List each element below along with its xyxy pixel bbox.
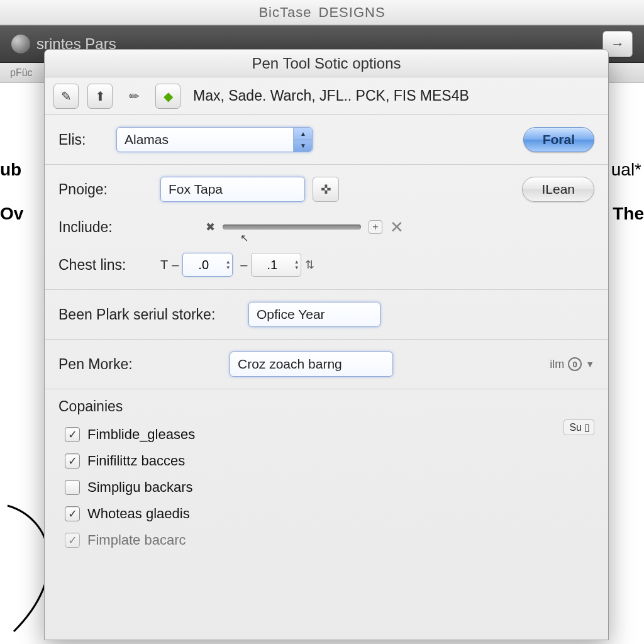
checkbox-row: ✓ Finifilittz bacces bbox=[58, 448, 556, 474]
ilm-value-circle: 0 bbox=[568, 357, 582, 371]
app-title-bar: BicTase DESIGNS bbox=[0, 0, 644, 25]
pen-morke-input[interactable] bbox=[230, 357, 392, 372]
foral-button[interactable]: Foral bbox=[523, 127, 594, 152]
checkbox-simpligu[interactable] bbox=[65, 480, 80, 495]
checkbox-row: Simpligu backars bbox=[58, 474, 556, 501]
tool-up-icon[interactable]: ⬆ bbox=[87, 84, 113, 109]
bg-text-ov: Ov bbox=[0, 204, 23, 224]
chest-pair-a: T – ▲▼ bbox=[160, 253, 233, 277]
pen-morke-label: Pen Morke: bbox=[58, 356, 222, 373]
been-input[interactable] bbox=[249, 307, 380, 322]
crosshair-icon: ✜ bbox=[321, 182, 331, 197]
checkbox-label: Fimblide_gleases bbox=[87, 426, 195, 443]
chest-b-stepper[interactable]: ▲▼ bbox=[292, 259, 301, 270]
close-x-icon[interactable]: ✕ bbox=[390, 218, 404, 237]
bg-text-ub: ub bbox=[0, 160, 21, 180]
chest-a-field[interactable]: ▲▼ bbox=[182, 253, 233, 277]
ilm-control[interactable]: ilm 0 ▼ bbox=[550, 357, 594, 371]
chest-pair-b: – ▲▼ ⇅ bbox=[240, 253, 314, 277]
chevron-down-icon[interactable]: ▼ bbox=[294, 140, 312, 152]
pen-tool-options-dialog: Pen Tool Sotic options ✎ ⬆ ✏ ◆ Max, Sade… bbox=[44, 49, 609, 640]
slider-thumb-icon[interactable]: ↖ bbox=[240, 232, 248, 244]
globe-icon bbox=[11, 35, 30, 53]
dialog-title: Pen Tool Sotic options bbox=[45, 50, 608, 77]
checkbox-fimplate[interactable]: ✓ bbox=[65, 533, 80, 548]
tool-pencil-icon[interactable]: ✏ bbox=[121, 84, 147, 109]
app-title-a: BicTase bbox=[258, 4, 311, 20]
elis-combo[interactable]: ▲ ▼ bbox=[116, 127, 313, 152]
include-label: Incliude: bbox=[58, 219, 153, 236]
su-label: Su bbox=[569, 422, 582, 433]
pnoige-input[interactable] bbox=[161, 182, 305, 197]
link-icon[interactable]: ⇅ bbox=[305, 258, 314, 272]
section-elis: Elis: ▲ ▼ Foral bbox=[45, 115, 608, 165]
plus-icon: + bbox=[372, 221, 378, 233]
su-indicator-icon: ▯ bbox=[584, 421, 590, 433]
pen-morke-stepper[interactable]: ▲ ▼ bbox=[392, 352, 393, 376]
pen-morke-combo[interactable]: ▲ ▼ bbox=[230, 352, 393, 377]
chevron-down-icon: ▼ bbox=[586, 359, 594, 369]
chest-b-input[interactable] bbox=[252, 258, 292, 272]
been-label: Been Plark seriul storke: bbox=[58, 306, 241, 323]
pnoige-combo[interactable]: ▲ ▼ bbox=[160, 177, 305, 202]
dialog-toolbar-text: Max, Sade. Warch, JFL.. PCK, FIS MES4B bbox=[193, 87, 469, 104]
dialog-toolbar: ✎ ⬆ ✏ ◆ Max, Sade. Warch, JFL.. PCK, FIS… bbox=[45, 77, 608, 115]
checkbox-finifilittz[interactable]: ✓ bbox=[65, 453, 80, 469]
copainies-title: Copainies bbox=[58, 398, 556, 415]
been-combo[interactable]: ▲ ▼ bbox=[248, 302, 380, 327]
checkbox-label: Simpligu backars bbox=[87, 479, 193, 496]
chevron-up-icon[interactable]: ▲ bbox=[294, 128, 312, 140]
ilm-label: ilm bbox=[550, 358, 564, 371]
checkbox-whoteas[interactable]: ✓ bbox=[65, 506, 80, 521]
tool-android-icon[interactable]: ◆ bbox=[155, 84, 180, 109]
include-slider[interactable]: ↖ bbox=[223, 225, 361, 230]
ilean-button[interactable]: ILean bbox=[522, 177, 594, 202]
checkbox-fimblide[interactable]: ✓ bbox=[65, 427, 80, 442]
section-copainies: Copainies ✓ Fimblide_gleases ✓ Finifilit… bbox=[45, 389, 608, 562]
checkbox-row: ✓ Fimblide_gleases bbox=[58, 421, 556, 448]
app-title-b: DESIGNS bbox=[319, 4, 386, 20]
checkbox-label: Finifilittz bacces bbox=[87, 453, 185, 469]
section-pnoige: Pnoige: ▲ ▼ ✜ ILean Incliude: ✖ ↖ bbox=[45, 165, 608, 290]
bg-text-the: The bbox=[613, 204, 644, 224]
chest-prefix: T bbox=[160, 258, 168, 272]
elis-input[interactable] bbox=[117, 132, 293, 147]
slider-plus-button[interactable]: + bbox=[369, 220, 382, 234]
tool-bomb-icon[interactable]: ✎ bbox=[53, 84, 79, 109]
elis-label: Elis: bbox=[58, 131, 109, 148]
dash-icon: – bbox=[240, 258, 247, 272]
section-pen-morke: Pen Morke: ▲ ▼ ilm 0 ▼ bbox=[45, 340, 608, 389]
checkbox-row: ✓ Whoteas glaedis bbox=[58, 501, 556, 527]
include-slider-group: ✖ ↖ + ✕ bbox=[206, 218, 404, 237]
pnoige-extra-button[interactable]: ✜ bbox=[313, 177, 339, 202]
checkbox-label: Whoteas glaedis bbox=[87, 506, 190, 522]
chest-a-input[interactable] bbox=[183, 258, 224, 272]
dash-icon: – bbox=[172, 258, 179, 272]
checkbox-row: ✓ Fimplate bacarc bbox=[58, 527, 556, 553]
bg-text-ual: ual* bbox=[611, 160, 641, 180]
chest-b-field[interactable]: ▲▼ bbox=[251, 253, 301, 277]
su-badge[interactable]: Su ▯ bbox=[564, 419, 594, 435]
sub-toolbar-text: pFüc bbox=[10, 67, 33, 78]
chest-label: Chest lins: bbox=[58, 257, 153, 274]
chest-a-stepper[interactable]: ▲▼ bbox=[224, 259, 232, 270]
elis-stepper[interactable]: ▲ ▼ bbox=[293, 128, 312, 152]
section-been: Been Plark seriul storke: ▲ ▼ bbox=[45, 290, 608, 340]
slider-min-icon: ✖ bbox=[206, 220, 215, 234]
pnoige-label: Pnoige: bbox=[58, 181, 153, 198]
arrow-right-icon: → bbox=[611, 36, 625, 52]
checkbox-label: Fimplate bacarc bbox=[87, 532, 186, 548]
